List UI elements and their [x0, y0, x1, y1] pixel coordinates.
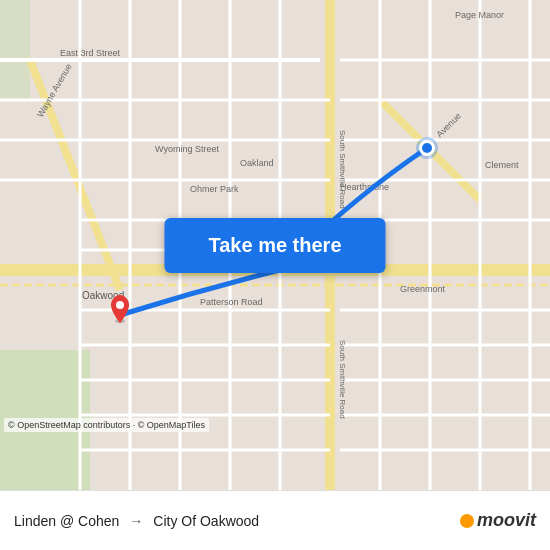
- svg-text:Clement: Clement: [485, 160, 519, 170]
- moovit-text: moovit: [477, 510, 536, 531]
- destination-pin: [109, 295, 131, 323]
- map-attribution: © OpenStreetMap contributors · © OpenMap…: [4, 418, 209, 432]
- svg-text:South Smithville Road: South Smithville Road: [338, 340, 347, 419]
- svg-text:South Smithville Road: South Smithville Road: [338, 130, 347, 209]
- map-container: East 3rd Street Wayne Avenue Wyoming Str…: [0, 0, 550, 490]
- moovit-dot-icon: [460, 514, 474, 528]
- current-location-dot: [419, 140, 435, 156]
- svg-point-53: [116, 301, 124, 309]
- svg-text:East 3rd Street: East 3rd Street: [60, 48, 121, 58]
- bottom-bar: Linden @ Cohen → City Of Oakwood moovit: [0, 490, 550, 550]
- svg-text:Page Manor: Page Manor: [455, 10, 504, 20]
- moovit-logo: moovit: [460, 510, 536, 531]
- svg-text:Ohmer Park: Ohmer Park: [190, 184, 239, 194]
- svg-rect-2: [0, 0, 30, 100]
- from-location: Linden @ Cohen: [14, 513, 119, 529]
- direction-arrow: →: [129, 513, 143, 529]
- svg-text:Greenmont: Greenmont: [400, 284, 446, 294]
- svg-text:Patterson Road: Patterson Road: [200, 297, 263, 307]
- cta-button-wrapper: Take me there: [164, 218, 385, 273]
- take-me-there-button[interactable]: Take me there: [164, 218, 385, 273]
- svg-text:Oakland: Oakland: [240, 158, 274, 168]
- to-location: City Of Oakwood: [153, 513, 259, 529]
- svg-text:Wyoming Street: Wyoming Street: [155, 144, 219, 154]
